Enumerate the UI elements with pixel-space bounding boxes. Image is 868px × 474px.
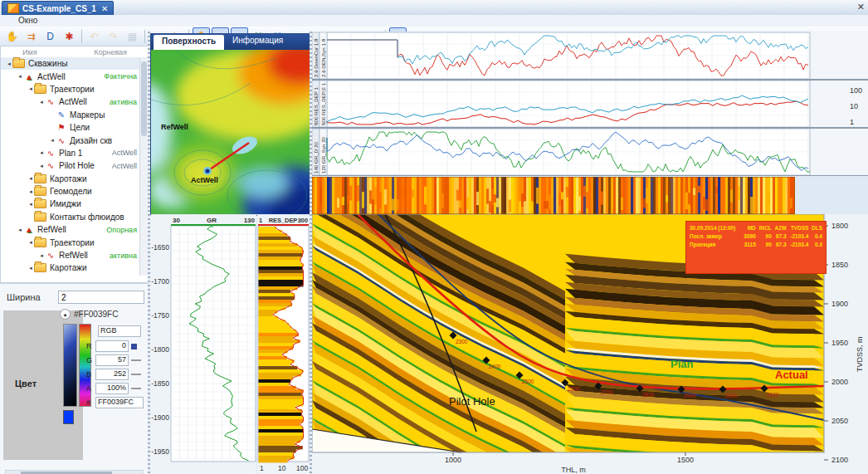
expander-icon[interactable]: ◂ [38,163,45,169]
window-close-icon[interactable]: ✕ [857,2,865,12]
width-input[interactable] [58,291,144,304]
channel-value-a[interactable]: 100% [95,383,129,394]
survey-tooltip: 30.09.2014 (13:00)MDINCLAZMTVDSSDLSПосл.… [685,221,827,274]
tree-col-root: Корневая [94,48,127,56]
document-tab[interactable]: CS-Example_CS_1 ✕ [2,1,114,16]
tab-information[interactable]: Информация [224,34,291,50]
folder-icon [34,263,46,272]
tab-surface[interactable]: Поверхность [154,35,224,50]
data-table-icon[interactable]: D [41,27,59,45]
expander-icon[interactable]: ◂ [6,61,12,67]
delete-icon[interactable]: ✱ [61,27,78,45]
gr-depth-track[interactable]: 30GR130-1650-1700-1750-1800-1850-1900-19… [150,215,256,474]
expander-icon[interactable]: ◂ [17,73,23,80]
res-depth-track[interactable]: 1RES_DEP300110100 [257,215,310,474]
redo-icon[interactable]: ↷ [105,27,122,45]
tree-item-дизайн-скв[interactable]: ◂∿Дизайн скв [1,134,149,146]
channel-value-r[interactable]: 0 [95,340,129,352]
tree-item-цели[interactable]: ⚑Цели [1,121,149,134]
channel-value-g[interactable]: 57 [95,354,129,366]
tree-item-plan-1[interactable]: ◂∿Plan 1ActWell [1,147,149,159]
tree-item-маркеры[interactable]: ✎Маркеры [1,109,149,121]
folder-icon [34,85,46,94]
tree-item-label: Контакты флюидов [50,213,124,222]
expander-icon[interactable]: ◂ [38,252,45,259]
tree-item-label: Plan 1 [59,149,82,158]
tree-item-имиджи[interactable]: ◂Имиджи [1,198,149,210]
tree-item-label: Каротажи [50,263,87,272]
tree-item-label: RefWell [37,225,66,234]
expander-icon[interactable]: ◂ [27,175,34,182]
thl-tick: 1000 [445,456,461,464]
tree-item-label: Pilot Hole [59,161,95,170]
tree-item-траектории[interactable]: ◂Траектории [1,236,149,248]
map-refwell-label: RefWell [161,123,188,131]
tooltip-cell: 3090 [742,232,757,240]
tree-scrollbar[interactable] [139,58,148,276]
undo-icon[interactable]: ↶ [85,27,103,45]
res-axis-tick: 100 [296,464,308,472]
tooltip-cell: INCL [757,223,773,232]
correlation-tracks[interactable]: 2.6 DownCur 1.82.6 DEN,Syn 1.8500 RES_DE… [312,32,868,176]
tree-item-badge: активна [110,98,137,106]
export-arrows-icon[interactable]: ⇉ [22,27,40,45]
tab-bar: CS-Example_CS_1 ✕ ✕ [0,0,868,16]
tooltip-cell: MD [742,223,757,232]
depth-tick: -1700 [151,277,169,286]
tree-item-скважины[interactable]: ◂Скважины [1,57,149,70]
tooltip-cell: -2103.4 [788,232,810,240]
expander-icon[interactable]: ◂ [38,99,45,105]
folder-icon [34,187,46,196]
expander-icon[interactable]: ◂ [27,188,34,195]
channel-value-b[interactable]: 252 [95,369,129,380]
surface-map[interactable]: ActWell RefWell [151,50,310,214]
depth-tick: -1650 [151,243,169,252]
collapse-icon[interactable]: ▴ [60,309,71,320]
horizontal-scrollbar[interactable] [5,470,144,474]
expander-icon[interactable]: ◂ [27,86,34,92]
md-marker-label: 2800 [642,392,655,398]
tree-item-refwell[interactable]: ◂▲RefWellОпорная [1,223,149,236]
tree-item-контакты-флюидов[interactable]: Контакты флюидов [1,211,149,223]
width-label: Ширина [7,292,55,302]
traj-icon: ∿ [45,149,56,158]
res-axis-tick: 10 [278,464,286,472]
tab-close-icon[interactable]: ✕ [101,4,108,13]
folder-icon [34,238,46,247]
tree-item-геомодели[interactable]: ◂Геомодели [1,185,149,198]
tree-item-pilot-hole[interactable]: ◂∿Pilot HoleActWell [1,159,149,172]
map-tab-bar: Поверхность Информация [151,34,310,50]
image-log-strip[interactable] [312,177,795,214]
md-marker-label: 3100 [767,392,779,398]
md-marker-label: 3000 [725,393,738,398]
color-mode-select[interactable]: RGB [98,325,141,337]
tooltip-cell: Проекция [689,240,742,248]
expander-icon[interactable]: ◂ [27,201,34,208]
tree-item-label: Геомодели [50,187,92,196]
expander-icon[interactable]: ◂ [17,227,23,233]
channel-value-#[interactable]: FF0039FC [95,397,144,408]
tree-item-каротажи[interactable]: ◂Каротажи [1,261,149,274]
open-hand-icon[interactable]: ✋ [3,27,21,45]
tree-item-actwell[interactable]: ◂∿ActWellактивна [1,95,149,108]
tvdss-tick: 1900 [831,300,848,308]
tree-item-траектории[interactable]: ◂Траектории [1,83,149,95]
tooltip-cell: 30.09.2014 (13:00) [689,223,742,232]
res-header: 1 [259,217,262,224]
tree-col-name: Имя [22,48,37,56]
expander-icon[interactable]: ◂ [27,265,34,271]
expander-icon[interactable]: ◂ [38,149,45,156]
expander-icon[interactable]: ◂ [27,239,34,246]
tree-item-refwell[interactable]: ◂∿RefWellактивна [1,249,149,261]
document-icon [7,3,19,13]
tree-item-label: Имиджи [50,199,81,208]
tree-item-каротажи[interactable]: ◂Каротажи [1,173,149,185]
tree-item-actwell[interactable]: ◂▲ActWellФактична [1,70,149,82]
color-gradient-picker[interactable] [63,324,77,407]
grid-icon[interactable]: ▦ [124,27,141,45]
depth-tick: -1750 [151,311,169,320]
tree-item-badge: Опорная [106,226,137,234]
menu-window[interactable]: Окно [18,16,37,25]
expander-icon[interactable]: ◂ [49,137,56,144]
pilot-hole-label: Pilot Hole [449,395,495,408]
